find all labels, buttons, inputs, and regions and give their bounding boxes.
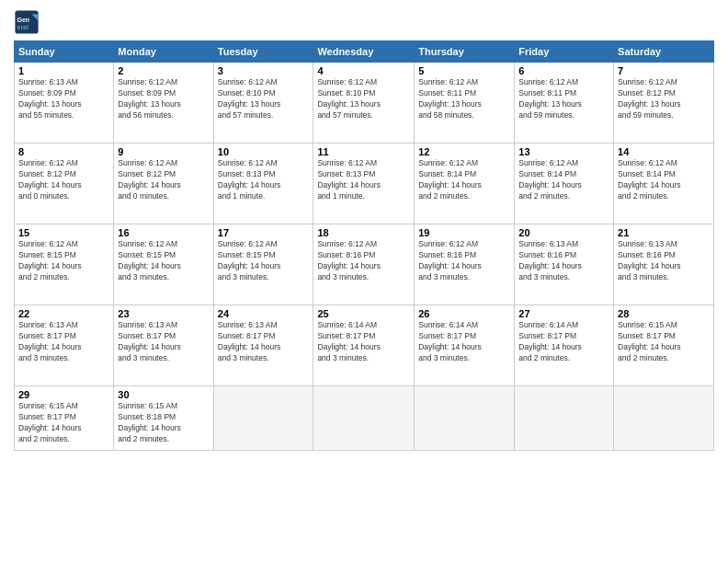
day-number: 30 xyxy=(118,389,209,400)
calendar-week-2: 8Sunrise: 6:12 AM Sunset: 8:12 PM Daylig… xyxy=(15,144,714,224)
day-info: Sunrise: 6:13 AM Sunset: 8:17 PM Dayligh… xyxy=(18,320,109,364)
svg-text:eral: eral xyxy=(17,24,29,30)
day-header-tuesday: Tuesday xyxy=(213,41,313,63)
logo-icon: Gen eral xyxy=(14,9,40,35)
day-number: 1 xyxy=(18,65,109,76)
day-number: 12 xyxy=(418,146,510,157)
calendar-cell: 12Sunrise: 6:12 AM Sunset: 8:14 PM Dayli… xyxy=(415,144,515,224)
calendar-cell: 11Sunrise: 6:12 AM Sunset: 8:13 PM Dayli… xyxy=(313,144,415,224)
day-info: Sunrise: 6:12 AM Sunset: 8:16 PM Dayligh… xyxy=(418,239,510,283)
calendar-cell: 29Sunrise: 6:15 AM Sunset: 8:17 PM Dayli… xyxy=(15,386,114,451)
calendar-cell: 13Sunrise: 6:12 AM Sunset: 8:14 PM Dayli… xyxy=(515,144,614,224)
day-info: Sunrise: 6:12 AM Sunset: 8:15 PM Dayligh… xyxy=(218,239,310,283)
calendar-week-1: 1Sunrise: 6:13 AM Sunset: 8:09 PM Daylig… xyxy=(15,63,714,144)
calendar-cell: 17Sunrise: 6:12 AM Sunset: 8:15 PM Dayli… xyxy=(213,224,313,305)
calendar-cell: 21Sunrise: 6:13 AM Sunset: 8:16 PM Dayli… xyxy=(614,224,714,305)
day-info: Sunrise: 6:12 AM Sunset: 8:14 PM Dayligh… xyxy=(518,158,609,202)
day-info: Sunrise: 6:12 AM Sunset: 8:12 PM Dayligh… xyxy=(118,158,209,202)
day-info: Sunrise: 6:12 AM Sunset: 8:10 PM Dayligh… xyxy=(317,77,410,121)
calendar-cell: 18Sunrise: 6:12 AM Sunset: 8:16 PM Dayli… xyxy=(313,224,415,305)
page: Gen eral SundayMondayTuesdayWednesdayThu… xyxy=(0,0,728,563)
calendar-week-4: 22Sunrise: 6:13 AM Sunset: 8:17 PM Dayli… xyxy=(15,305,714,386)
day-number: 21 xyxy=(618,227,710,238)
calendar-cell: 9Sunrise: 6:12 AM Sunset: 8:12 PM Daylig… xyxy=(114,144,213,224)
day-header-sunday: Sunday xyxy=(15,41,114,63)
calendar-cell xyxy=(213,386,313,451)
day-number: 4 xyxy=(317,65,410,76)
calendar-cell: 5Sunrise: 6:12 AM Sunset: 8:11 PM Daylig… xyxy=(415,63,515,144)
calendar-cell: 26Sunrise: 6:14 AM Sunset: 8:17 PM Dayli… xyxy=(415,305,515,386)
calendar-cell: 24Sunrise: 6:13 AM Sunset: 8:17 PM Dayli… xyxy=(213,305,313,386)
day-info: Sunrise: 6:12 AM Sunset: 8:09 PM Dayligh… xyxy=(118,77,209,121)
calendar-cell: 16Sunrise: 6:12 AM Sunset: 8:15 PM Dayli… xyxy=(114,224,213,305)
calendar-cell: 28Sunrise: 6:15 AM Sunset: 8:17 PM Dayli… xyxy=(614,305,714,386)
day-header-saturday: Saturday xyxy=(614,41,714,63)
calendar-cell: 2Sunrise: 6:12 AM Sunset: 8:09 PM Daylig… xyxy=(114,63,213,144)
day-info: Sunrise: 6:12 AM Sunset: 8:10 PM Dayligh… xyxy=(218,77,310,121)
day-number: 10 xyxy=(218,146,310,157)
calendar-week-5: 29Sunrise: 6:15 AM Sunset: 8:17 PM Dayli… xyxy=(15,386,714,451)
day-number: 20 xyxy=(518,227,609,238)
day-info: Sunrise: 6:12 AM Sunset: 8:16 PM Dayligh… xyxy=(317,239,410,283)
calendar-cell: 15Sunrise: 6:12 AM Sunset: 8:15 PM Dayli… xyxy=(15,224,114,305)
calendar-cell xyxy=(313,386,415,451)
day-info: Sunrise: 6:14 AM Sunset: 8:17 PM Dayligh… xyxy=(317,320,410,364)
calendar-cell: 27Sunrise: 6:14 AM Sunset: 8:17 PM Dayli… xyxy=(515,305,614,386)
calendar-cell: 25Sunrise: 6:14 AM Sunset: 8:17 PM Dayli… xyxy=(313,305,415,386)
day-info: Sunrise: 6:15 AM Sunset: 8:18 PM Dayligh… xyxy=(118,401,209,445)
day-info: Sunrise: 6:12 AM Sunset: 8:15 PM Dayligh… xyxy=(118,239,209,283)
day-header-wednesday: Wednesday xyxy=(313,41,415,63)
day-number: 22 xyxy=(18,308,109,319)
day-number: 2 xyxy=(118,65,209,76)
day-number: 7 xyxy=(618,65,710,76)
day-number: 26 xyxy=(418,308,510,319)
day-number: 24 xyxy=(218,308,310,319)
day-number: 9 xyxy=(118,146,209,157)
day-number: 15 xyxy=(18,227,109,238)
day-info: Sunrise: 6:15 AM Sunset: 8:17 PM Dayligh… xyxy=(618,320,710,364)
calendar: SundayMondayTuesdayWednesdayThursdayFrid… xyxy=(14,40,714,451)
day-info: Sunrise: 6:12 AM Sunset: 8:12 PM Dayligh… xyxy=(18,158,109,202)
calendar-cell: 19Sunrise: 6:12 AM Sunset: 8:16 PM Dayli… xyxy=(415,224,515,305)
header: Gen eral xyxy=(14,9,714,35)
day-number: 13 xyxy=(518,146,609,157)
day-number: 17 xyxy=(218,227,310,238)
day-number: 19 xyxy=(418,227,510,238)
day-header-thursday: Thursday xyxy=(415,41,515,63)
day-number: 25 xyxy=(317,308,410,319)
day-number: 14 xyxy=(618,146,710,157)
calendar-cell xyxy=(415,386,515,451)
day-number: 16 xyxy=(118,227,209,238)
day-info: Sunrise: 6:14 AM Sunset: 8:17 PM Dayligh… xyxy=(518,320,609,364)
logo: Gen eral xyxy=(14,9,43,35)
day-info: Sunrise: 6:14 AM Sunset: 8:17 PM Dayligh… xyxy=(418,320,510,364)
calendar-cell: 8Sunrise: 6:12 AM Sunset: 8:12 PM Daylig… xyxy=(15,144,114,224)
day-info: Sunrise: 6:13 AM Sunset: 8:16 PM Dayligh… xyxy=(618,239,710,283)
day-number: 6 xyxy=(518,65,609,76)
calendar-cell xyxy=(614,386,714,451)
day-info: Sunrise: 6:12 AM Sunset: 8:11 PM Dayligh… xyxy=(518,77,609,121)
calendar-cell: 6Sunrise: 6:12 AM Sunset: 8:11 PM Daylig… xyxy=(515,63,614,144)
day-info: Sunrise: 6:12 AM Sunset: 8:11 PM Dayligh… xyxy=(418,77,510,121)
day-number: 18 xyxy=(317,227,410,238)
day-info: Sunrise: 6:12 AM Sunset: 8:13 PM Dayligh… xyxy=(218,158,310,202)
day-info: Sunrise: 6:12 AM Sunset: 8:13 PM Dayligh… xyxy=(317,158,410,202)
day-info: Sunrise: 6:13 AM Sunset: 8:17 PM Dayligh… xyxy=(118,320,209,364)
calendar-cell xyxy=(515,386,614,451)
day-info: Sunrise: 6:13 AM Sunset: 8:09 PM Dayligh… xyxy=(18,77,109,121)
calendar-cell: 3Sunrise: 6:12 AM Sunset: 8:10 PM Daylig… xyxy=(213,63,313,144)
day-info: Sunrise: 6:12 AM Sunset: 8:12 PM Dayligh… xyxy=(618,77,710,121)
day-number: 11 xyxy=(317,146,410,157)
day-header-friday: Friday xyxy=(515,41,614,63)
day-info: Sunrise: 6:13 AM Sunset: 8:16 PM Dayligh… xyxy=(518,239,609,283)
day-number: 27 xyxy=(518,308,609,319)
calendar-cell: 1Sunrise: 6:13 AM Sunset: 8:09 PM Daylig… xyxy=(15,63,114,144)
day-number: 5 xyxy=(418,65,510,76)
day-info: Sunrise: 6:12 AM Sunset: 8:14 PM Dayligh… xyxy=(618,158,710,202)
day-info: Sunrise: 6:12 AM Sunset: 8:14 PM Dayligh… xyxy=(418,158,510,202)
day-number: 29 xyxy=(18,389,109,400)
day-header-monday: Monday xyxy=(114,41,213,63)
day-number: 23 xyxy=(118,308,209,319)
calendar-header-row: SundayMondayTuesdayWednesdayThursdayFrid… xyxy=(15,41,714,63)
calendar-cell: 22Sunrise: 6:13 AM Sunset: 8:17 PM Dayli… xyxy=(15,305,114,386)
